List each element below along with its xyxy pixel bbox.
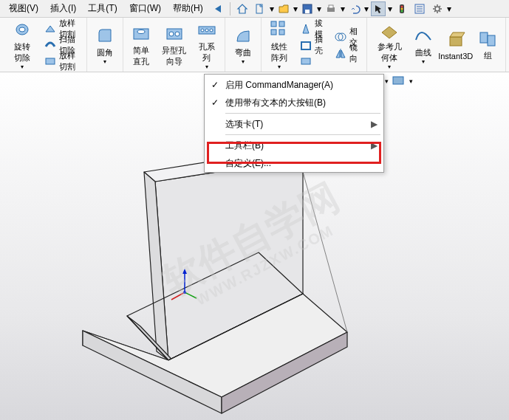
- menu-help[interactable]: 帮助(H): [167, 1, 209, 16]
- svg-point-17: [175, 32, 180, 36]
- chevron-down-icon[interactable]: ▾: [409, 78, 413, 85]
- menu-insert[interactable]: 插入(I): [44, 1, 82, 16]
- svg-rect-35: [393, 77, 403, 84]
- gear-icon[interactable]: [430, 1, 445, 16]
- svg-rect-22: [271, 21, 276, 27]
- intersect-icon: [335, 31, 346, 43]
- dropdown-icon[interactable]: ▾: [293, 1, 298, 16]
- select-icon[interactable]: [371, 1, 386, 16]
- svg-rect-25: [279, 30, 284, 35]
- svg-point-7: [400, 7, 403, 10]
- dropdown-icon[interactable]: ▾: [446, 1, 452, 16]
- chevron-down-icon: ▾: [242, 58, 245, 65]
- hole-series-button[interactable]: 孔系列 ▾: [192, 18, 222, 72]
- refgeo-icon: [379, 19, 400, 40]
- new-icon[interactable]: [253, 1, 267, 16]
- print-icon[interactable]: [324, 1, 338, 16]
- chevron-down-icon: ▾: [388, 63, 391, 70]
- mirror-icon: [335, 47, 346, 59]
- svg-rect-2: [305, 10, 310, 13]
- boundary-cut-button[interactable]: 放样切割: [41, 53, 81, 69]
- svg-point-16: [169, 32, 174, 36]
- svg-point-20: [205, 29, 208, 32]
- home-icon[interactable]: [235, 1, 250, 16]
- chevron-down-icon: ▾: [103, 58, 106, 65]
- ribbon-group-fillet: 圆角 ▾: [87, 18, 123, 72]
- dropdown-icon[interactable]: ▾: [387, 1, 393, 16]
- screen-icon[interactable]: [392, 74, 406, 89]
- more-icon: [300, 55, 312, 67]
- svg-rect-4: [329, 5, 333, 8]
- menu-tools[interactable]: 工具(T): [82, 1, 123, 16]
- chevron-down-icon[interactable]: ▾: [385, 78, 389, 85]
- bend-icon: [233, 25, 253, 46]
- svg-rect-12: [46, 58, 55, 64]
- curves-button[interactable]: 曲线 ▾: [409, 24, 438, 66]
- sweep-icon: [44, 39, 56, 51]
- svg-point-14: [137, 30, 145, 33]
- menu-tabs[interactable]: 选项卡(T) ▶: [205, 115, 383, 133]
- separator: [225, 113, 380, 114]
- undo-icon[interactable]: [347, 1, 362, 16]
- more-button[interactable]: [297, 53, 326, 69]
- pattern-icon: [269, 19, 290, 40]
- hole-wizard-button[interactable]: 异型孔向导: [157, 21, 192, 69]
- menu-toolbars[interactable]: 工具栏(B) ▶: [205, 137, 383, 154]
- dropdown-icon[interactable]: ▾: [269, 1, 275, 16]
- combine-icon: [477, 28, 498, 49]
- chevron-down-icon: ▾: [278, 63, 281, 70]
- bend-button[interactable]: 弯曲 ▾: [228, 24, 258, 66]
- menubar: 视图(V) 插入(I) 工具(T) 窗口(W) 帮助(H) ▾ ▾ ▾ ▾ ▾ …: [0, 0, 509, 18]
- menu-window[interactable]: 窗口(W): [123, 1, 167, 16]
- menu-customize[interactable]: 自定义(E)...: [205, 154, 383, 172]
- instant3d-button[interactable]: Instant3D: [438, 28, 473, 62]
- fillet-icon: [95, 25, 115, 46]
- chevron-down-icon: ▾: [422, 58, 425, 65]
- revolved-cut-icon: [12, 19, 33, 40]
- hole-wizard-icon: [164, 23, 185, 44]
- revolved-cut-button[interactable]: 旋转切除 ▾: [6, 18, 38, 72]
- simple-hole-icon: [131, 23, 151, 44]
- combine-button[interactable]: 组: [473, 27, 502, 63]
- context-menu: ✓ 启用 CommandManager(A) ✓ 使用带有文本的大按钮(B) 选…: [204, 74, 384, 173]
- separator: [225, 134, 380, 135]
- svg-rect-30: [450, 37, 462, 46]
- draft-icon: [300, 23, 312, 35]
- svg-rect-31: [480, 32, 488, 43]
- fillet-button[interactable]: 圆角 ▾: [90, 24, 120, 66]
- curves-icon: [413, 25, 434, 46]
- menu-large-buttons[interactable]: ✓ 使用带有文本的大按钮(B): [205, 94, 383, 111]
- svg-point-19: [201, 29, 204, 32]
- chevron-down-icon: ▾: [205, 63, 208, 70]
- checkmark-icon: ✓: [208, 80, 222, 90]
- traffic-light-icon[interactable]: [394, 1, 409, 16]
- open-icon[interactable]: [276, 1, 291, 16]
- label: 旋转切除: [10, 41, 34, 63]
- mirror-button[interactable]: 镜向: [332, 45, 361, 61]
- menu-view[interactable]: 视图(V): [3, 1, 44, 16]
- loft-icon: [44, 23, 56, 35]
- svg-point-39: [183, 291, 186, 294]
- pin-icon[interactable]: [211, 1, 225, 16]
- simple-hole-button[interactable]: 简单直孔: [126, 21, 157, 69]
- svg-rect-26: [301, 42, 310, 49]
- reference-geometry-button[interactable]: 参考几何体 ▾: [370, 18, 409, 72]
- shell-button[interactable]: 抽壳: [297, 37, 326, 53]
- list-icon[interactable]: [412, 1, 427, 16]
- linear-pattern-button[interactable]: 线性阵列 ▾: [264, 18, 294, 72]
- svg-rect-24: [271, 30, 276, 35]
- dropdown-icon[interactable]: ▾: [316, 1, 322, 16]
- ribbon-group-ref: 参考几何体 ▾ 曲线 ▾ Instant3D 组: [367, 18, 506, 72]
- hole-series-icon: [197, 19, 217, 40]
- menu-enable-commandmanager[interactable]: ✓ 启用 CommandManager(A): [205, 76, 383, 94]
- submenu-arrow-icon: ▶: [369, 140, 378, 151]
- dropdown-icon[interactable]: ▾: [363, 1, 369, 16]
- ribbon: 旋转切除 ▾ 放样切割 扫描切除 放样切割 圆角 ▾ 简单直孔 异型孔向导 孔系…: [0, 18, 509, 72]
- submenu-arrow-icon: ▶: [369, 119, 378, 129]
- chevron-down-icon: ▾: [21, 63, 24, 70]
- svg-point-11: [19, 27, 25, 32]
- dropdown-icon[interactable]: ▾: [340, 1, 346, 16]
- save-icon[interactable]: [300, 1, 315, 16]
- svg-point-21: [210, 29, 213, 32]
- ribbon-group-pattern: 线性阵列 ▾ 拔模 抽壳 相交 镜向: [262, 18, 367, 72]
